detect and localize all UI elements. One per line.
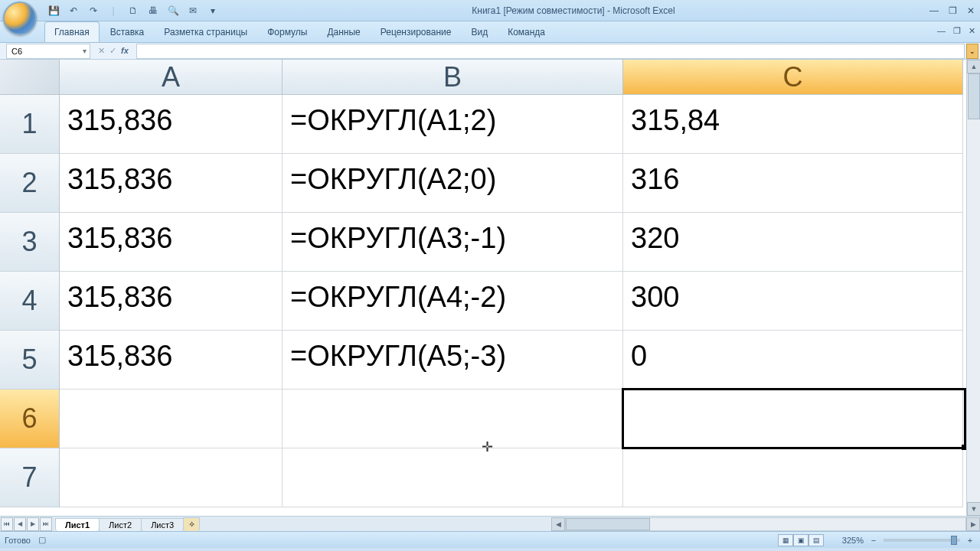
page-break-view-icon[interactable]: ▤	[808, 534, 824, 546]
office-button[interactable]	[3, 2, 37, 35]
cell[interactable]	[60, 390, 283, 448]
wb-restore-icon[interactable]: ❐	[953, 26, 961, 36]
redo-icon[interactable]: ↷	[87, 5, 100, 17]
horizontal-scrollbar[interactable]: ◀ ▶	[551, 517, 980, 531]
row-header[interactable]: 1	[0, 95, 60, 154]
scroll-left-icon[interactable]: ◀	[551, 517, 565, 531]
window-controls: — ❐ ✕	[928, 5, 977, 17]
sheet-tab-bar: ⏮ ◀ ▶ ⏭ Лист1 Лист2 Лист3 ✧ ◀ ▶	[0, 516, 980, 531]
cell[interactable]: 316	[623, 154, 963, 213]
cell[interactable]: =ОКРУГЛ(A2;0)	[283, 154, 623, 213]
sheet-tab[interactable]: Лист2	[99, 518, 142, 531]
cell[interactable]	[623, 448, 963, 507]
ribbon-tabs: Главная Вставка Разметка страницы Формул…	[0, 21, 980, 43]
scroll-right-icon[interactable]: ▶	[966, 517, 980, 531]
cell[interactable]	[283, 390, 623, 448]
tab-nav-last-icon[interactable]: ⏭	[40, 517, 52, 531]
minimize-icon[interactable]: —	[928, 5, 940, 17]
wb-minimize-icon[interactable]: —	[937, 26, 946, 36]
cell[interactable]: =ОКРУГЛ(A5;-3)	[283, 331, 623, 390]
cell[interactable]: 315,836	[60, 272, 283, 331]
cell[interactable]: =ОКРУГЛ(A4;-2)	[283, 272, 623, 331]
cell[interactable]: 315,836	[60, 154, 283, 213]
tab-data[interactable]: Данные	[318, 22, 369, 42]
quickprint-icon[interactable]: 🖶	[147, 5, 159, 17]
tab-nav-next-icon[interactable]: ▶	[27, 517, 39, 531]
column-header-B[interactable]: B	[283, 60, 623, 95]
row-header[interactable]: 3	[0, 213, 60, 272]
status-text: Готово	[5, 536, 31, 545]
zoom-in-icon[interactable]: +	[965, 536, 975, 545]
preview-icon[interactable]: 🔍	[167, 5, 179, 17]
vertical-scrollbar[interactable]: ▲ ▼	[966, 60, 980, 516]
quick-access-toolbar: 💾 ↶ ↷ | 🗋 🖶 🔍 ✉ ▾	[47, 5, 219, 17]
fx-icon[interactable]: fx	[121, 46, 129, 56]
new-icon[interactable]: 🗋	[127, 5, 139, 17]
cells: 315,836 =ОКРУГЛ(A1;2) 315,84 315,836 =ОК…	[60, 95, 963, 507]
workbook-window-controls: — ❐ ✕	[937, 26, 975, 36]
cell[interactable]: 300	[623, 272, 963, 331]
row-header[interactable]: 7	[0, 448, 60, 507]
tab-formulas[interactable]: Формулы	[258, 22, 316, 42]
new-sheet-button[interactable]: ✧	[183, 517, 200, 531]
tab-nav-first-icon[interactable]: ⏮	[1, 517, 13, 531]
close-icon[interactable]: ✕	[965, 5, 977, 17]
cell[interactable]: 0	[623, 331, 963, 390]
restore-icon[interactable]: ❐	[946, 5, 959, 17]
scroll-up-icon[interactable]: ▲	[967, 60, 980, 73]
enter-icon: ✓	[109, 46, 116, 56]
macro-record-icon[interactable]: ▢	[38, 535, 46, 545]
cell[interactable]: 315,836	[60, 95, 283, 154]
row-headers: 1 2 3 4 5 6 7	[0, 95, 60, 507]
cancel-icon: ✕	[98, 46, 105, 56]
row-header[interactable]: 2	[0, 154, 60, 213]
wb-close-icon[interactable]: ✕	[969, 26, 975, 36]
column-headers: A B C	[60, 60, 963, 95]
cell[interactable]	[60, 448, 283, 507]
cell[interactable]: 315,836	[60, 213, 283, 272]
worksheet-grid: A B C 1 2 3 4 5 6 7 315,836 =ОКРУГЛ(A1;2…	[0, 60, 980, 516]
tab-insert[interactable]: Вставка	[101, 22, 154, 42]
column-header-A[interactable]: A	[60, 60, 283, 95]
title-bar: 💾 ↶ ↷ | 🗋 🖶 🔍 ✉ ▾ Книга1 [Режим совмести…	[0, 0, 980, 21]
select-all-triangle[interactable]	[0, 60, 60, 95]
normal-view-icon[interactable]: ▦	[778, 534, 793, 546]
formula-bar: C6 ✕ ✓ fx ⌄	[0, 43, 980, 60]
sheet-tab[interactable]: Лист1	[55, 518, 100, 531]
formula-input[interactable]	[136, 44, 965, 59]
scroll-down-icon[interactable]: ▼	[967, 502, 980, 516]
zoom-out-icon[interactable]: −	[868, 536, 879, 545]
sheet-tabs: Лист1 Лист2 Лист3 ✧	[55, 517, 199, 531]
cell[interactable]	[283, 448, 623, 507]
page-layout-view-icon[interactable]: ▣	[793, 534, 808, 546]
cell[interactable]: =ОКРУГЛ(A3;-1)	[283, 213, 623, 272]
cell[interactable]	[623, 390, 963, 448]
cell[interactable]: 315,836	[60, 331, 283, 390]
cell[interactable]: =ОКРУГЛ(A1;2)	[283, 95, 623, 154]
qat-dropdown-icon[interactable]: ▾	[207, 5, 219, 17]
mail-icon[interactable]: ✉	[187, 5, 199, 17]
status-bar: Готово ▢ ▦ ▣ ▤ 325% − +	[0, 531, 980, 548]
tab-home[interactable]: Главная	[44, 21, 100, 42]
tab-team[interactable]: Команда	[498, 22, 554, 42]
expand-formula-bar-icon[interactable]: ⌄	[966, 44, 978, 59]
tab-view[interactable]: Вид	[462, 22, 497, 42]
cell[interactable]: 315,84	[623, 95, 963, 154]
tab-page-layout[interactable]: Разметка страницы	[155, 22, 256, 42]
tab-nav-prev-icon[interactable]: ◀	[14, 517, 26, 531]
row-header[interactable]: 6	[0, 390, 60, 448]
undo-icon[interactable]: ↶	[67, 5, 80, 17]
tab-review[interactable]: Рецензирование	[371, 22, 461, 42]
row-header[interactable]: 4	[0, 272, 60, 331]
zoom-slider[interactable]	[884, 539, 960, 542]
cell[interactable]: 320	[623, 213, 963, 272]
save-icon[interactable]: 💾	[47, 5, 60, 17]
sheet-tab[interactable]: Лист3	[141, 518, 184, 531]
qat-sep: |	[107, 5, 119, 17]
row-header[interactable]: 5	[0, 331, 60, 390]
zoom-control: 325% − +	[830, 536, 975, 545]
name-box[interactable]: C6	[6, 44, 90, 59]
zoom-percent[interactable]: 325%	[830, 536, 864, 545]
column-header-C[interactable]: C	[623, 60, 963, 95]
view-buttons: ▦ ▣ ▤	[778, 534, 824, 546]
